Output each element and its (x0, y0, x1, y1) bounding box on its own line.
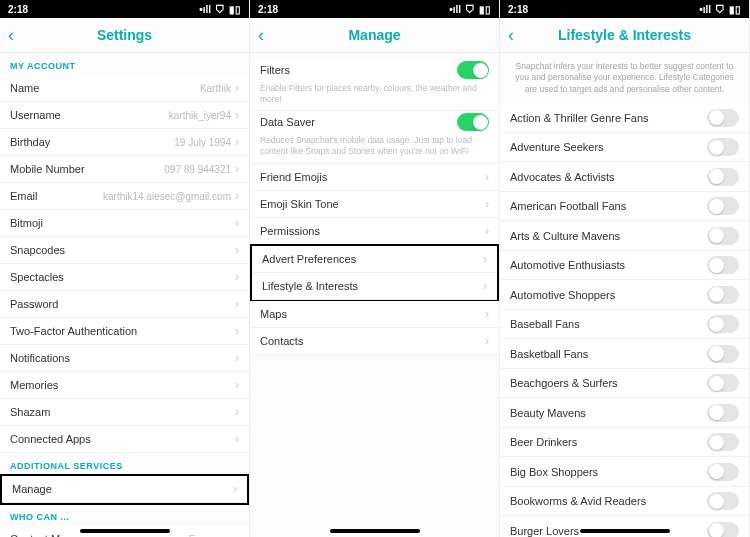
chevron-right-icon: › (235, 270, 239, 284)
chevron-right-icon: › (235, 216, 239, 230)
chevron-right-icon: › (235, 324, 239, 338)
row-shazam[interactable]: Shazam› (0, 399, 249, 426)
chevron-right-icon: › (483, 252, 487, 266)
chevron-right-icon: › (235, 189, 239, 203)
row-2fa[interactable]: Two-Factor Authentication› (0, 318, 249, 345)
lifestyle-screen: 2:18 •ıll⛉▮▯ ‹ Lifestyle & Interests Sna… (500, 0, 750, 537)
section-who-can: WHO CAN ... (0, 504, 249, 526)
interest-toggle[interactable] (707, 463, 739, 481)
interest-row: Automotive Enthusiasts (500, 251, 749, 281)
interest-label: Big Box Shoppers (510, 466, 598, 478)
interest-toggle[interactable] (707, 197, 739, 215)
row-connected-apps[interactable]: Connected Apps› (0, 426, 249, 453)
row-bitmoji[interactable]: Bitmoji› (0, 210, 249, 237)
section-my-account: MY ACCOUNT (0, 53, 249, 75)
status-bar: 2:18 •ıll⛉▮▯ (250, 0, 499, 18)
row-advert-prefs[interactable]: Advert Preferences› (252, 246, 497, 273)
row-notifications[interactable]: Notifications› (0, 345, 249, 372)
interest-toggle[interactable] (707, 256, 739, 274)
interest-row: Automotive Shoppers (500, 280, 749, 310)
interest-toggle[interactable] (707, 374, 739, 392)
chevron-right-icon: › (483, 279, 487, 293)
interest-label: Automotive Enthusiasts (510, 259, 625, 271)
chevron-right-icon: › (235, 243, 239, 257)
row-name[interactable]: NameKarthik› (0, 75, 249, 102)
home-indicator[interactable] (330, 529, 420, 533)
chevron-right-icon: › (235, 351, 239, 365)
filters-toggle[interactable] (457, 61, 489, 79)
row-manage[interactable]: Manage› (2, 476, 247, 503)
header: ‹ Lifestyle & Interests (500, 18, 749, 53)
interest-label: Burger Lovers (510, 525, 579, 537)
chevron-right-icon: › (485, 197, 489, 211)
row-filters: Filters (250, 59, 499, 81)
header: ‹ Settings (0, 18, 249, 53)
row-snapcodes[interactable]: Snapcodes› (0, 237, 249, 264)
interest-label: Basketball Fans (510, 348, 588, 360)
interest-label: Beauty Mavens (510, 407, 586, 419)
interest-row: Beachgoers & Surfers (500, 369, 749, 399)
interest-row: Big Box Shoppers (500, 457, 749, 487)
status-time: 2:18 (258, 4, 278, 15)
chevron-right-icon: › (233, 482, 237, 496)
interest-toggle[interactable] (707, 286, 739, 304)
interest-row: American Football Fans (500, 192, 749, 222)
row-friend-emojis[interactable]: Friend Emojis› (250, 164, 499, 191)
page-title: Manage (348, 27, 400, 43)
home-indicator[interactable] (80, 529, 170, 533)
interest-label: American Football Fans (510, 200, 626, 212)
interest-label: Automotive Shoppers (510, 289, 615, 301)
row-maps[interactable]: Maps› (250, 301, 499, 328)
interest-row: Adventure Seekers (500, 133, 749, 163)
row-contacts[interactable]: Contacts› (250, 328, 499, 355)
row-permissions[interactable]: Permissions› (250, 218, 499, 245)
header: ‹ Manage (250, 18, 499, 53)
row-lifestyle[interactable]: Lifestyle & Interests› (252, 273, 497, 300)
chevron-right-icon: › (485, 170, 489, 184)
interest-toggle[interactable] (707, 345, 739, 363)
status-time: 2:18 (8, 4, 28, 15)
row-mobile[interactable]: Mobile Number097 89 944321› (0, 156, 249, 183)
content[interactable]: Snapchat infers your interests to better… (500, 53, 749, 537)
interest-toggle[interactable] (707, 315, 739, 333)
chevron-right-icon: › (235, 532, 239, 537)
interest-row: Beer Drinkers (500, 428, 749, 458)
chevron-right-icon: › (235, 405, 239, 419)
page-title: Settings (97, 27, 152, 43)
filters-desc: Enable Filters for places nearby, colour… (250, 81, 499, 111)
back-icon[interactable]: ‹ (8, 25, 14, 46)
row-email[interactable]: Emailkarthik14.aiesec@gmail.com› (0, 183, 249, 210)
data-saver-toggle[interactable] (457, 113, 489, 131)
interest-toggle[interactable] (707, 227, 739, 245)
row-spectacles[interactable]: Spectacles› (0, 264, 249, 291)
interest-toggle[interactable] (707, 404, 739, 422)
interest-toggle[interactable] (707, 168, 739, 186)
chevron-right-icon: › (235, 378, 239, 392)
row-birthday[interactable]: Birthday19 July 1994› (0, 129, 249, 156)
interest-toggle[interactable] (707, 522, 739, 537)
home-indicator[interactable] (580, 529, 670, 533)
interest-row: Advocates & Activists (500, 162, 749, 192)
row-password[interactable]: Password› (0, 291, 249, 318)
interest-toggle[interactable] (707, 492, 739, 510)
row-memories[interactable]: Memories› (0, 372, 249, 399)
settings-screen: 2:18 •ıll⛉▮▯ ‹ Settings MY ACCOUNT NameK… (0, 0, 250, 537)
content[interactable]: Filters Enable Filters for places nearby… (250, 53, 499, 537)
chevron-right-icon: › (235, 135, 239, 149)
interest-row: Action & Thriller Genre Fans (500, 103, 749, 133)
row-username[interactable]: Usernamekarthik_iyer94› (0, 102, 249, 129)
interest-label: Advocates & Activists (510, 171, 615, 183)
interest-label: Action & Thriller Genre Fans (510, 112, 649, 124)
chevron-right-icon: › (235, 432, 239, 446)
back-icon[interactable]: ‹ (258, 25, 264, 46)
back-icon[interactable]: ‹ (508, 25, 514, 46)
interest-label: Baseball Fans (510, 318, 580, 330)
interest-toggle[interactable] (707, 433, 739, 451)
interest-row: Arts & Culture Mavens (500, 221, 749, 251)
status-right: •ıll⛉▮▯ (199, 4, 241, 15)
interest-toggle[interactable] (707, 109, 739, 127)
interest-row: Baseball Fans (500, 310, 749, 340)
interest-toggle[interactable] (707, 138, 739, 156)
content[interactable]: MY ACCOUNT NameKarthik› Usernamekarthik_… (0, 53, 249, 537)
row-emoji-skin[interactable]: Emoji Skin Tone› (250, 191, 499, 218)
